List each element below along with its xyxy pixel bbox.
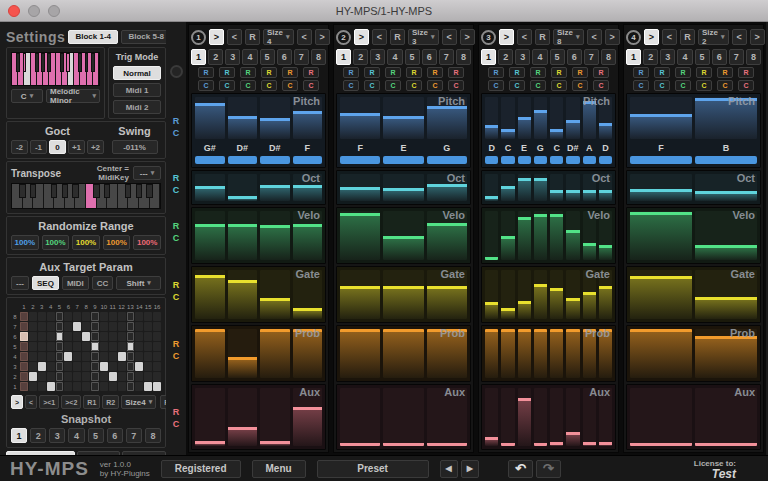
preset-prev-button[interactable]: ◀	[440, 460, 458, 478]
pitch-randomize-button[interactable]: R	[488, 67, 504, 78]
grid-cell[interactable]	[29, 352, 37, 361]
block-shift-left-button[interactable]: <	[732, 29, 747, 45]
menu-button[interactable]: Menu	[252, 460, 306, 478]
block-step-4[interactable]: 4	[387, 49, 402, 65]
trig-mode-normal[interactable]: Normal	[113, 66, 161, 80]
grid-cell[interactable]	[91, 342, 99, 351]
block-step-7[interactable]: 7	[584, 49, 599, 65]
grid-cell[interactable]	[91, 332, 99, 341]
pitch-randomize-button[interactable]: R	[198, 67, 214, 78]
grid-cell[interactable]	[82, 342, 90, 351]
block-step-1[interactable]: 1	[481, 49, 496, 65]
piano-black-key[interactable]	[35, 53, 39, 72]
undo-icon[interactable]: ↶	[508, 460, 533, 478]
gate-randomize-button[interactable]: R	[261, 67, 277, 78]
grid-cell[interactable]	[91, 372, 99, 381]
prob-step-cell[interactable]	[195, 329, 225, 378]
prob-clear-all-button[interactable]: C	[173, 352, 180, 361]
aux-clear-button[interactable]: C	[738, 80, 754, 91]
oct-clear-button[interactable]: C	[364, 80, 380, 91]
aux-step-cell[interactable]	[630, 388, 692, 446]
grid-cell[interactable]	[91, 312, 99, 321]
snapshot-4[interactable]: 4	[68, 428, 84, 443]
grid-cell[interactable]	[109, 312, 117, 321]
snapshot-5[interactable]: 5	[88, 428, 104, 443]
prob-clear-button[interactable]: C	[282, 80, 298, 91]
prob-step-cell[interactable]	[485, 329, 498, 378]
block-play-reverse-button[interactable]: <	[227, 29, 242, 45]
pitch-step-cell[interactable]	[260, 97, 290, 139]
velo-step-cell[interactable]	[518, 211, 531, 260]
gate-step-cell[interactable]	[630, 270, 692, 319]
gate-randomize-button[interactable]: R	[406, 67, 422, 78]
piano-black-key[interactable]	[91, 53, 95, 72]
oct-randomize-button[interactable]: R	[654, 67, 670, 78]
aux-step-cell[interactable]	[340, 388, 380, 446]
pitch-step-cell[interactable]	[534, 97, 547, 139]
block-shift-right-button[interactable]: >	[315, 29, 330, 45]
randomize-range-value-2[interactable]: 100%	[42, 235, 70, 250]
grid-cell[interactable]	[118, 352, 126, 361]
grid-cell[interactable]	[135, 352, 143, 361]
oct-step-cell[interactable]	[518, 174, 531, 201]
grid-cell[interactable]	[118, 322, 126, 331]
transport-pingpong-1[interactable]: ><1	[39, 395, 59, 409]
grid-cell[interactable]	[20, 372, 28, 381]
block-step-1[interactable]: 1	[336, 49, 351, 65]
grid-cell[interactable]	[38, 352, 46, 361]
velo-randomize-all-button[interactable]: R	[173, 222, 180, 231]
goct-+2[interactable]: +2	[87, 140, 104, 154]
grid-cell[interactable]	[144, 312, 152, 321]
gate-step-cell[interactable]	[485, 270, 498, 319]
aux-step-cell[interactable]	[228, 388, 258, 446]
grid-cell[interactable]	[47, 342, 55, 351]
grid-cell[interactable]	[144, 372, 152, 381]
block-step-7[interactable]: 7	[294, 49, 309, 65]
grid-cell[interactable]	[82, 372, 90, 381]
block-step-2[interactable]: 2	[498, 49, 513, 65]
grid-cell[interactable]	[109, 352, 117, 361]
grid-cell[interactable]	[153, 382, 161, 391]
piano-black-key[interactable]	[125, 184, 131, 198]
grid-cell[interactable]	[135, 362, 143, 371]
gate-clear-button[interactable]: C	[696, 80, 712, 91]
block-step-6[interactable]: 6	[567, 49, 582, 65]
prob-step-cell[interactable]	[383, 329, 423, 378]
velo-step-cell[interactable]	[534, 211, 547, 260]
pitch-gate-bar[interactable]	[583, 156, 596, 164]
grid-cell[interactable]	[118, 342, 126, 351]
grid-cell[interactable]	[38, 332, 46, 341]
grid-cell[interactable]	[29, 362, 37, 371]
grid-cell[interactable]	[47, 372, 55, 381]
velo-step-cell[interactable]	[383, 211, 423, 260]
grid-cell[interactable]	[73, 312, 81, 321]
grid-cell[interactable]	[127, 322, 135, 331]
block-shift-left-button[interactable]: <	[587, 29, 602, 45]
grid-cell[interactable]	[64, 312, 72, 321]
piano-black-key[interactable]	[19, 184, 25, 198]
aux-randomize-all-button[interactable]: R	[173, 408, 180, 417]
pitch-randomize-button[interactable]: R	[343, 67, 359, 78]
block-step-5[interactable]: 5	[550, 49, 565, 65]
grid-cell[interactable]	[56, 312, 64, 321]
piano-black-key[interactable]	[62, 184, 68, 198]
grid-cell[interactable]	[144, 382, 152, 391]
velo-clear-button[interactable]: C	[530, 80, 546, 91]
grid-cell[interactable]	[91, 382, 99, 391]
block-play-forward-button[interactable]: >	[209, 29, 224, 45]
oct-clear-button[interactable]: C	[654, 80, 670, 91]
pitch-gate-bar[interactable]	[427, 156, 467, 164]
grid-cell[interactable]	[144, 342, 152, 351]
grid-cell[interactable]	[56, 332, 64, 341]
grid-cell[interactable]	[29, 332, 37, 341]
grid-cell[interactable]	[127, 362, 135, 371]
block-randomize-button[interactable]: R	[390, 29, 405, 45]
piano-black-key[interactable]	[30, 184, 36, 198]
grid-cell[interactable]	[153, 332, 161, 341]
key-root-dropdown[interactable]: C ▾	[11, 89, 43, 103]
block-randomize-button[interactable]: R	[680, 29, 695, 45]
snapshot-7[interactable]: 7	[126, 428, 142, 443]
grid-cell[interactable]	[127, 352, 135, 361]
block-step-3[interactable]: 3	[660, 49, 675, 65]
block-step-1[interactable]: 1	[626, 49, 641, 65]
